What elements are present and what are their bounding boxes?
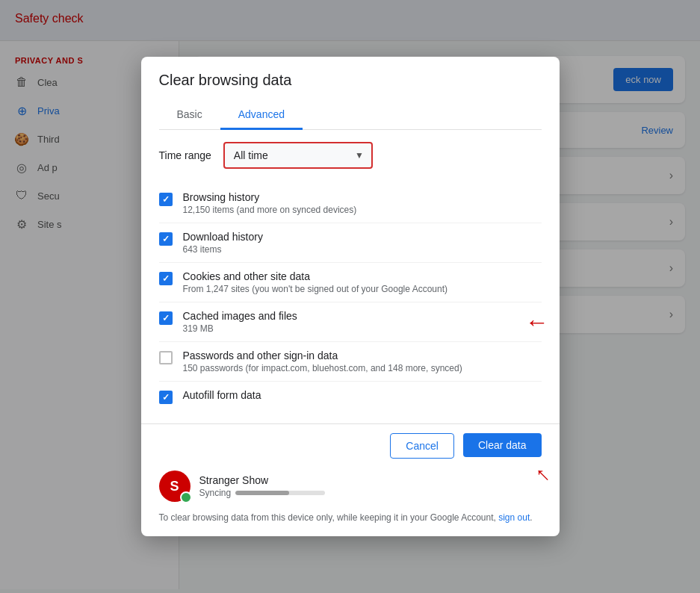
profile-info: Stranger Show Syncing <box>199 474 542 498</box>
passwords-desc: 150 passwords (for impact.com, bluehost.… <box>183 363 542 373</box>
clear-data-button[interactable]: Clear data <box>463 433 542 457</box>
passwords-text: Passwords and other sign-in data 150 pas… <box>183 350 542 373</box>
clear-browsing-data-modal: Clear browsing data Basic Advanced Time … <box>141 57 560 536</box>
cancel-button[interactable]: Cancel <box>390 433 454 459</box>
check-item-download-history: Download history 643 items <box>159 223 542 263</box>
clear-data-btn-wrapper: Clear data ↑ <box>463 433 542 459</box>
cached-text: Cached images and files 319 MB <box>183 310 542 334</box>
modal-footer-buttons: Cancel Clear data ↑ <box>159 433 542 459</box>
sync-progress-fill <box>235 491 289 495</box>
cookies-text: Cookies and other site data From 1,247 s… <box>183 270 542 294</box>
time-range-select-wrapper[interactable]: Last hour Last 24 hours Last 7 days Last… <box>223 142 373 169</box>
modal-body: Time range Last hour Last 24 hours Last … <box>141 130 560 536</box>
time-range-label: Time range <box>159 149 211 161</box>
profile-status: Syncing <box>199 488 542 498</box>
checkbox-autofill[interactable] <box>159 391 173 404</box>
sync-badge <box>180 491 192 503</box>
checkbox-download-history[interactable] <box>159 232 173 246</box>
autofill-title: Autofill form data <box>183 389 542 401</box>
browsing-history-text: Browsing history 12,150 items (and more … <box>183 191 542 215</box>
footer-text-content: To clear browsing data from this device … <box>159 512 496 523</box>
modal-title: Clear browsing data <box>159 72 542 89</box>
profile-avatar: S <box>159 471 191 502</box>
sign-out-link[interactable]: sign out <box>498 512 530 523</box>
cookies-desc: From 1,247 sites (you won't be signed ou… <box>183 284 542 294</box>
avatar-initial: S <box>170 479 179 494</box>
check-item-passwords: Passwords and other sign-in data 150 pas… <box>159 342 542 382</box>
profile-section: S Stranger Show Syncing <box>159 471 542 502</box>
check-item-browsing-history: Browsing history 12,150 items (and more … <box>159 184 542 223</box>
passwords-title: Passwords and other sign-in data <box>183 350 542 361</box>
sync-progress-bar <box>235 491 325 495</box>
modal-overlay: Clear browsing data Basic Advanced Time … <box>0 0 700 593</box>
tab-advanced[interactable]: Advanced <box>220 101 303 130</box>
syncing-label: Syncing <box>199 488 232 498</box>
modal-footer: Cancel Clear data ↑ S Stranger Show <box>141 423 560 536</box>
cached-title: Cached images and files <box>183 310 542 322</box>
download-history-text: Download history 643 items <box>183 231 542 255</box>
time-range-select[interactable]: Last hour Last 24 hours Last 7 days Last… <box>225 143 371 167</box>
autofill-text: Autofill form data <box>183 389 542 403</box>
tab-basic[interactable]: Basic <box>159 101 220 130</box>
checkbox-cached[interactable] <box>159 311 173 325</box>
download-history-title: Download history <box>183 231 542 243</box>
checkbox-cookies[interactable] <box>159 272 173 285</box>
time-range-row: Time range Last hour Last 24 hours Last … <box>159 142 542 169</box>
footer-text: To clear browsing data from this device … <box>159 511 542 524</box>
footer-period: . <box>530 512 532 523</box>
modal-scroll-area: Time range Last hour Last 24 hours Last … <box>141 130 560 423</box>
checkbox-browsing-history[interactable] <box>159 193 173 206</box>
check-item-cookies: Cookies and other site data From 1,247 s… <box>159 263 542 302</box>
cookies-title: Cookies and other site data <box>183 270 542 282</box>
modal-header: Clear browsing data Basic Advanced <box>141 57 560 130</box>
check-item-cached: Cached images and files 319 MB ← <box>159 302 542 342</box>
cached-desc: 319 MB <box>183 323 542 334</box>
profile-name: Stranger Show <box>199 474 542 486</box>
browsing-history-desc: 12,150 items (and more on synced devices… <box>183 205 542 215</box>
modal-tabs: Basic Advanced <box>159 101 542 130</box>
download-history-desc: 643 items <box>183 244 542 255</box>
browsing-history-title: Browsing history <box>183 191 542 203</box>
check-item-autofill: Autofill form data <box>159 382 542 412</box>
checkbox-passwords[interactable] <box>159 351 173 364</box>
